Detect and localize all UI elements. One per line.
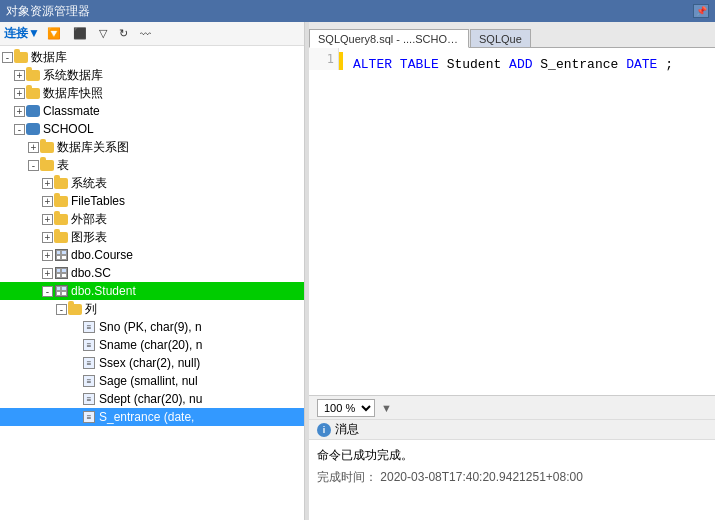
tree-view[interactable]: - 数据库 + 系统数据库 + 数据库快照 bbox=[0, 46, 304, 520]
main-layout: 连接▼ 🔽 ⬛ ▽ ↻ 〰 - 数据库 + 系统数据库 bbox=[0, 22, 715, 520]
tree-item-col-sdept[interactable]: ≡ Sdept (char(20), nu bbox=[0, 390, 304, 408]
timestamp-label: 完成时间： bbox=[317, 470, 377, 484]
zoom-select[interactable]: 100 % bbox=[317, 399, 375, 417]
sql-col: S_entrance bbox=[540, 57, 626, 72]
title-bar-buttons: 📌 bbox=[693, 4, 709, 18]
messages-panel: i 消息 命令已成功完成。 完成时间： 2020-03-08T17:40:20.… bbox=[309, 420, 715, 520]
spacer bbox=[70, 356, 81, 370]
tree-item-col-ssex[interactable]: ≡ Ssex (char(2), null) bbox=[0, 354, 304, 372]
col-sname-label: Sname (char(20), n bbox=[99, 338, 202, 352]
tree-item-external-tables[interactable]: + 外部表 bbox=[0, 210, 304, 228]
column-icon: ≡ bbox=[81, 355, 97, 371]
tree-item-databases[interactable]: - 数据库 bbox=[0, 48, 304, 66]
kw-table: TABLE bbox=[400, 57, 439, 72]
tree-item-tables[interactable]: - 表 bbox=[0, 156, 304, 174]
explorer-toolbar: 连接▼ 🔽 ⬛ ▽ ↻ 〰 bbox=[0, 22, 304, 46]
expand-icon: - bbox=[2, 52, 13, 63]
refresh-button[interactable]: ↻ bbox=[114, 24, 133, 43]
tree-item-col-sno[interactable]: ≡ Sno (PK, char(9), n bbox=[0, 318, 304, 336]
query-tab-active[interactable]: SQLQuery8.sql - ....SCHOOL (sa (37))* ✕ bbox=[309, 29, 469, 48]
tree-item-col-sentrance[interactable]: ≡ S_entrance (date, bbox=[0, 408, 304, 426]
folder-icon bbox=[25, 67, 41, 83]
table-icon bbox=[53, 247, 69, 263]
messages-header: i 消息 bbox=[309, 420, 715, 440]
folder-icon bbox=[67, 301, 83, 317]
sql-semi: ; bbox=[665, 57, 673, 72]
tree-item-graph-tables[interactable]: + 图形表 bbox=[0, 228, 304, 246]
classmate-label: Classmate bbox=[43, 104, 100, 118]
object-explorer-panel: 连接▼ 🔽 ⬛ ▽ ↻ 〰 - 数据库 + 系统数据库 bbox=[0, 22, 305, 520]
folder-icon bbox=[39, 139, 55, 155]
query-tab-next[interactable]: SQLQue bbox=[470, 29, 531, 47]
db-snapshots-label: 数据库快照 bbox=[43, 85, 103, 102]
tree-item-file-tables[interactable]: + FileTables bbox=[0, 192, 304, 210]
expand-icon: + bbox=[14, 106, 25, 117]
title-bar: 对象资源管理器 📌 bbox=[0, 0, 715, 22]
expand-icon: + bbox=[28, 142, 39, 153]
pin-button[interactable]: 📌 bbox=[693, 4, 709, 18]
school-label: SCHOOL bbox=[43, 122, 94, 136]
spacer bbox=[70, 338, 81, 352]
file-tables-label: FileTables bbox=[71, 194, 125, 208]
expand-icon: + bbox=[42, 196, 53, 207]
spacer bbox=[70, 374, 81, 388]
tree-item-dbo-sc[interactable]: + dbo.SC bbox=[0, 264, 304, 282]
tree-item-system-tables[interactable]: + 系统表 bbox=[0, 174, 304, 192]
tree-item-classmate[interactable]: + Classmate bbox=[0, 102, 304, 120]
expand-icon: + bbox=[42, 214, 53, 225]
tree-item-col-sage[interactable]: ≡ Sage (smallint, nul bbox=[0, 372, 304, 390]
zoom-toolbar: 100 % ▼ bbox=[309, 396, 715, 420]
spacer bbox=[70, 392, 81, 406]
messages-content: 命令已成功完成。 完成时间： 2020-03-08T17:40:20.94212… bbox=[309, 440, 715, 492]
folder-icon bbox=[39, 157, 55, 173]
database-icon bbox=[25, 103, 41, 119]
column-icon: ≡ bbox=[81, 391, 97, 407]
expand-icon: - bbox=[56, 304, 67, 315]
tree-item-school[interactable]: - SCHOOL bbox=[0, 120, 304, 138]
sql-line-1: ALTER TABLE Student ADD S_entrance DATE … bbox=[353, 56, 703, 74]
connect-button[interactable]: 连接▼ bbox=[4, 25, 40, 42]
tree-item-db-snapshots[interactable]: + 数据库快照 bbox=[0, 84, 304, 102]
tree-item-system-dbs[interactable]: + 系统数据库 bbox=[0, 66, 304, 84]
column-icon: ≡ bbox=[81, 373, 97, 389]
kw-add: ADD bbox=[509, 57, 532, 72]
column-icon: ≡ bbox=[81, 337, 97, 353]
col-ssex-label: Ssex (char(2), null) bbox=[99, 356, 200, 370]
title-bar-text: 对象资源管理器 bbox=[6, 3, 693, 20]
spacer bbox=[70, 410, 81, 424]
kw-alter: ALTER bbox=[353, 57, 392, 72]
spacer bbox=[70, 320, 81, 334]
tree-item-db-diagram[interactable]: + 数据库关系图 bbox=[0, 138, 304, 156]
filter-button[interactable]: 🔽 bbox=[42, 24, 66, 43]
tree-item-columns[interactable]: - 列 bbox=[0, 300, 304, 318]
external-tables-label: 外部表 bbox=[71, 211, 107, 228]
expand-icon: + bbox=[42, 232, 53, 243]
tree-item-col-sname[interactable]: ≡ Sname (char(20), n bbox=[0, 336, 304, 354]
folder-icon bbox=[53, 211, 69, 227]
success-message: 命令已成功完成。 bbox=[317, 446, 707, 464]
filter3-button[interactable]: ▽ bbox=[94, 24, 112, 43]
folder-icon bbox=[53, 193, 69, 209]
expand-icon: - bbox=[28, 160, 39, 171]
columns-label: 列 bbox=[85, 301, 97, 318]
line-numbers: 1 bbox=[309, 48, 339, 70]
database-icon bbox=[25, 121, 41, 137]
query-tab-bar: SQLQuery8.sql - ....SCHOOL (sa (37))* ✕ … bbox=[309, 22, 715, 48]
zoom-arrow: ▼ bbox=[381, 402, 392, 414]
filter2-button[interactable]: ⬛ bbox=[68, 24, 92, 43]
expand-icon: + bbox=[14, 70, 25, 81]
system-dbs-label: 系统数据库 bbox=[43, 67, 103, 84]
col-sentrance-label: S_entrance (date, bbox=[99, 410, 194, 424]
tree-item-dbo-course[interactable]: + dbo.Course bbox=[0, 246, 304, 264]
graph-tables-label: 图形表 bbox=[71, 229, 107, 246]
folder-icon bbox=[25, 85, 41, 101]
line-number-1: 1 bbox=[309, 52, 334, 66]
col-sdept-label: Sdept (char(20), nu bbox=[99, 392, 202, 406]
kw-date: DATE bbox=[626, 57, 657, 72]
editor-content: ALTER TABLE Student ADD S_entrance DATE … bbox=[349, 52, 707, 78]
folder-icon bbox=[53, 229, 69, 245]
tree-item-dbo-student[interactable]: - dbo.Student bbox=[0, 282, 304, 300]
sql-body: Student bbox=[447, 57, 509, 72]
activity-button[interactable]: 〰 bbox=[135, 25, 156, 43]
sql-editor[interactable]: 1 ALTER TABLE Student ADD S_entrance DAT… bbox=[309, 48, 715, 396]
